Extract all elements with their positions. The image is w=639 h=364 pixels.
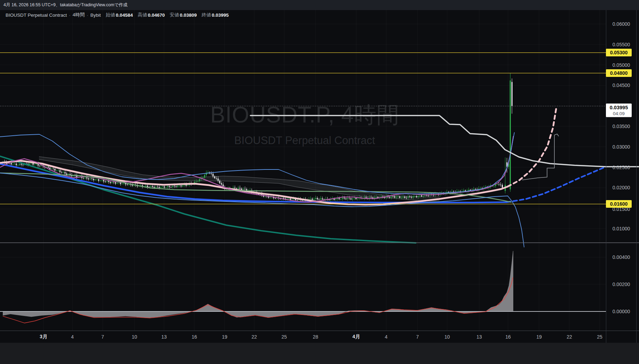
close-label: 終値: [202, 12, 211, 18]
low-value: 0.03809: [180, 13, 197, 18]
chart-canvas[interactable]: [0, 0, 639, 364]
open-label: 始値: [106, 12, 115, 18]
ichimoku-cloud: [39, 157, 439, 202]
pale-pink-forecast: [508, 109, 556, 187]
royal-blue-forecast: [507, 167, 606, 202]
symbol-interval: 4時間: [73, 12, 85, 18]
low-label: 安値: [170, 12, 179, 18]
close-value: 0.03995: [212, 13, 229, 18]
symbol-title: BIOUSDT Perpetual Contract: [6, 13, 67, 18]
bollinger-lower: [0, 173, 524, 247]
tradingview-chart-screenshot: 4月 16, 2026 16:55 UTC+9、takatabaがTrading…: [0, 0, 639, 364]
high-label: 高値: [138, 12, 147, 18]
symbol-exchange: Bybit: [91, 13, 101, 18]
legend-separator: ·: [69, 13, 71, 18]
footer-bar: TradingView: [0, 343, 639, 364]
symbol-legend[interactable]: BIOUSDT Perpetual Contract · 4時間 · Bybit…: [6, 12, 229, 18]
open-value: 0.04584: [116, 13, 133, 18]
legend-separator: ·: [87, 13, 88, 18]
gray-zigzag: [522, 134, 559, 180]
gridlines: [0, 10, 606, 331]
candles: [2, 73, 512, 202]
white-step-line: [250, 116, 639, 167]
high-value: 0.04670: [148, 13, 165, 18]
